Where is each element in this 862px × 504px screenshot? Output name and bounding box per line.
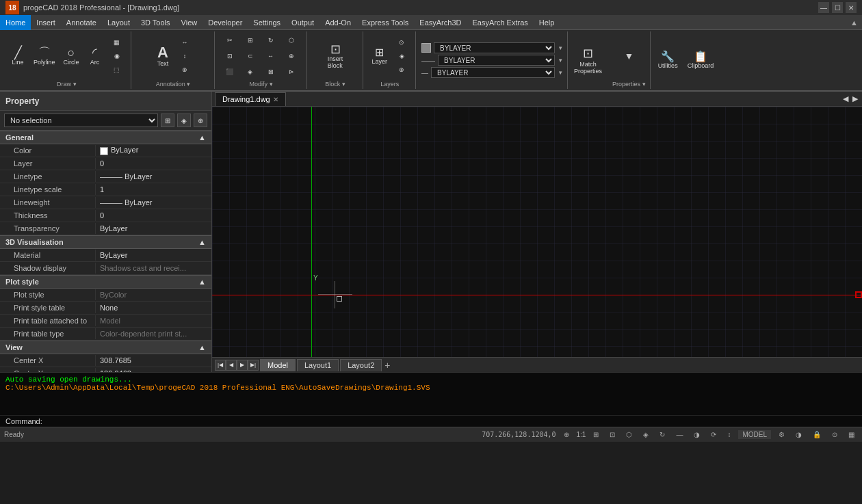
match-properties-btn[interactable]: ⊡ MatchProperties <box>569 31 607 89</box>
layout-tab-layout1[interactable]: Layout1 <box>297 359 339 371</box>
menu-help[interactable]: Help <box>534 15 560 30</box>
maximize-btn[interactable]: ☐ <box>832 2 843 13</box>
menu-view[interactable]: View <box>176 15 203 30</box>
annotation-btn1[interactable]: ↔ <box>175 36 194 49</box>
notifications-icon[interactable]: ▦ <box>845 429 858 440</box>
menu-addon[interactable]: Add-On <box>319 15 356 30</box>
no-selection-dropdown[interactable]: No selection <box>4 114 158 127</box>
material-value[interactable]: ByLayer <box>96 250 211 261</box>
modify-btn1[interactable]: ✂ <box>220 34 239 47</box>
modify-btn11[interactable]: ⊠ <box>261 66 280 78</box>
linetype-value[interactable]: ——— ByLayer <box>96 171 211 182</box>
menu-settings[interactable]: Settings <box>248 15 286 30</box>
view-section-header[interactable]: View ▲ <box>0 341 211 354</box>
ribbon-minimize-btn[interactable]: ▲ <box>846 17 862 28</box>
draw-more-btn3[interactable]: ⬚ <box>107 64 127 76</box>
3d-otrack-icon[interactable]: ↕ <box>724 429 734 440</box>
linetype-dropdown-arrow[interactable]: ▼ <box>558 57 563 64</box>
modify-btn6[interactable]: ⊂ <box>241 50 260 62</box>
printtabletype-value[interactable]: Color-dependent print st... <box>96 328 211 339</box>
lineweight-value[interactable]: ——— ByLayer <box>96 197 211 208</box>
transparency-value[interactable]: ByLayer <box>96 223 211 234</box>
printtableattached-value[interactable]: Model <box>96 315 211 326</box>
layout-nav-prev[interactable]: ◀ <box>226 360 237 371</box>
draw-line-btn[interactable]: ╱ Line <box>7 37 29 75</box>
drawing-tab-active[interactable]: Drawing1.dwg ✕ <box>215 92 286 106</box>
isolate-icon[interactable]: 🔒 <box>809 429 824 440</box>
snap-icon[interactable]: ⊕ <box>560 429 573 440</box>
color-dropdown-arrow[interactable]: ▼ <box>558 45 563 51</box>
annotation-btn3[interactable]: ⊕ <box>175 64 194 76</box>
minimize-btn[interactable]: — <box>818 2 829 13</box>
prop-icon-btn1[interactable]: ⊞ <box>161 114 174 127</box>
lineweight-dropdown[interactable]: BYLAYER <box>431 67 555 78</box>
menu-home[interactable]: Home <box>0 15 31 30</box>
annotation-btn2[interactable]: ↕ <box>175 50 194 62</box>
console-input-field[interactable] <box>42 417 857 425</box>
otrack-icon[interactable]: ↻ <box>656 429 668 440</box>
sel-cycling-icon[interactable]: ⟳ <box>707 429 720 440</box>
centerx-value[interactable]: 308.7685 <box>96 355 211 366</box>
draw-more-btn2[interactable]: ◉ <box>107 50 127 62</box>
transparency-icon[interactable]: ◑ <box>690 429 703 440</box>
titlebar-controls[interactable]: — ☐ ✕ <box>818 2 857 13</box>
vis3d-section-header[interactable]: 3D Visualisation ▲ <box>0 235 211 249</box>
modify-btn10[interactable]: ◈ <box>241 66 260 78</box>
lineweight-icon[interactable]: — <box>672 429 686 440</box>
plotstyle-section-header[interactable]: Plot style ▲ <box>0 275 211 289</box>
modify-btn12[interactable]: ⊳ <box>282 66 301 78</box>
general-section-header[interactable]: General ▲ <box>0 131 211 144</box>
plotstyle-value[interactable]: ByColor <box>96 289 211 300</box>
annotation-monitor-icon[interactable]: ⊙ <box>828 429 841 440</box>
layout-nav-first[interactable]: |◀ <box>215 360 226 371</box>
modify-btn8[interactable]: ⊕ <box>282 50 301 62</box>
shadow-value[interactable]: Shadows cast and recei... <box>96 263 211 274</box>
menu-layout[interactable]: Layout <box>102 15 135 30</box>
linetypescale-value[interactable]: 1 <box>96 184 211 195</box>
linetype-dropdown[interactable]: BYLAYER <box>438 55 555 66</box>
osnap-icon[interactable]: ◈ <box>640 429 652 440</box>
menu-insert[interactable]: Insert <box>31 15 61 30</box>
modify-btn2[interactable]: ⊞ <box>241 34 260 47</box>
annotation-text-btn[interactable]: A Text <box>152 37 174 75</box>
thickness-value[interactable]: 0 <box>96 210 211 221</box>
draw-circle-btn[interactable]: ○ Circle <box>60 37 83 75</box>
modify-btn7[interactable]: ↔ <box>261 50 280 62</box>
menu-annotate[interactable]: Annotate <box>61 15 102 30</box>
color-value[interactable]: ByLayer <box>96 144 211 156</box>
layer-btn[interactable]: ⊞ Layer <box>369 37 391 75</box>
grid-icon[interactable]: ⊞ <box>590 429 602 440</box>
tab-bar-right-arrows[interactable]: ◀ ▶ <box>841 93 859 105</box>
prop-icon-btn2[interactable]: ◈ <box>177 114 191 127</box>
menu-easyarch3d[interactable]: EasyArch3D <box>414 15 467 30</box>
layer-btn3[interactable]: ⊕ <box>392 64 411 76</box>
menu-expresstools[interactable]: Express Tools <box>356 15 414 30</box>
menu-easyarchextras[interactable]: EasyArch Extras <box>467 15 533 30</box>
drawing-tab-close[interactable]: ✕ <box>273 96 278 103</box>
menu-developer[interactable]: Developer <box>203 15 248 30</box>
layer-btn2[interactable]: ◈ <box>392 50 411 62</box>
layer-value[interactable]: 0 <box>96 158 211 169</box>
tab-left-arrow[interactable]: ◀ <box>841 93 850 105</box>
clipboard-btn[interactable]: 📋 Clipboard <box>684 41 718 79</box>
layout-tab-model[interactable]: Model <box>260 359 296 371</box>
menu-3dtools[interactable]: 3D Tools <box>135 15 176 30</box>
layout-nav-next[interactable]: ▶ <box>237 360 248 371</box>
close-btn[interactable]: ✕ <box>846 2 857 13</box>
properties-arrow-icon[interactable]: ▼ <box>624 51 634 62</box>
layout-tab-layout2[interactable]: Layout2 <box>340 359 382 371</box>
hardware-accel-icon[interactable]: ◑ <box>792 429 805 440</box>
draw-more-btn1[interactable]: ▦ <box>107 36 127 49</box>
centery-value[interactable]: 186.9462 <box>96 368 211 372</box>
lineweight-dropdown-arrow[interactable]: ▼ <box>558 70 563 76</box>
draw-arc-btn[interactable]: ◜ Arc <box>84 37 106 75</box>
workspace-settings-icon[interactable]: ⚙ <box>775 429 788 440</box>
tab-right-arrow[interactable]: ▶ <box>851 93 859 105</box>
color-dropdown[interactable]: BYLAYER <box>434 42 555 53</box>
modify-btn9[interactable]: ⬛ <box>220 66 239 78</box>
polar-icon[interactable]: ⬡ <box>623 429 636 440</box>
layout-tab-add[interactable]: + <box>384 360 390 371</box>
draw-polyline-btn[interactable]: ⌒ Polyline <box>30 37 59 75</box>
layout-nav-last[interactable]: ▶| <box>248 360 259 371</box>
printstyletable-value[interactable]: None <box>96 302 211 313</box>
